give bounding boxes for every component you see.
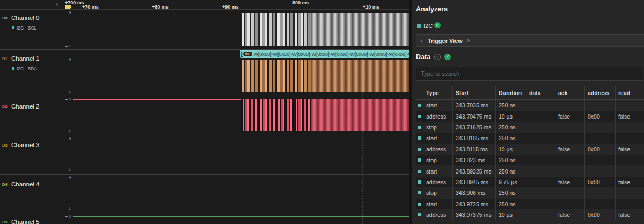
table-cell: 343.906 ms [452, 187, 495, 198]
channel-id-label: D4 [2, 182, 8, 187]
low-level-marker: L [69, 207, 71, 211]
high-level-marker: H [69, 11, 71, 15]
waveform-burst[interactable] [241, 60, 409, 92]
column-header[interactable]: data [526, 86, 555, 100]
table-cell [526, 155, 555, 165]
column-header[interactable]: read [615, 86, 644, 100]
table-cell: address [423, 209, 452, 220]
channel-name-label[interactable]: Channel 0 [11, 15, 39, 21]
table-cell: 9.75 µs [495, 177, 526, 187]
high-level-marker: H [69, 176, 71, 180]
high-level-marker: H [69, 214, 71, 219]
row-color-cell [416, 199, 423, 209]
table-cell [584, 133, 615, 143]
signal-high-line [73, 13, 241, 13]
low-level-marker: L [69, 90, 71, 94]
table-cell [555, 133, 584, 143]
column-header[interactable]: address [584, 86, 615, 100]
column-header[interactable]: Type [423, 86, 452, 100]
table-cell [615, 155, 644, 165]
table-cell: start [423, 165, 452, 176]
channel-name-label[interactable]: Channel 1 [11, 55, 39, 62]
high-level-tick [65, 216, 68, 217]
help-icon[interactable]: ? [434, 54, 441, 60]
table-row[interactable]: stop343.71625 ms250 ns [416, 122, 644, 133]
row-swatch-icon [418, 148, 421, 151]
row-swatch-icon [418, 158, 421, 162]
channel-id-label: D5 [2, 220, 8, 224]
column-header[interactable]: Duration [495, 86, 526, 100]
warning-icon: ⚠ [466, 38, 471, 44]
row-swatch-icon [418, 126, 421, 129]
timeline-ruler[interactable]: ‹ +700 ms800 ms+70 ms+80 ms+90 ms+10 ms [0, 0, 409, 10]
search-input[interactable] [416, 67, 643, 81]
column-header[interactable]: Start [452, 86, 495, 100]
timeline-marker-flag[interactable] [65, 5, 71, 9]
trigger-view-label: Trigger View [428, 38, 463, 44]
chevron-left-icon[interactable]: ‹ [56, 1, 58, 8]
table-row[interactable]: start343.89325 ms250 ns [416, 165, 644, 176]
channel-id-label: D1 [2, 56, 8, 61]
table-cell: 343.823 ms [452, 155, 495, 165]
table-cell [526, 144, 555, 155]
table-row[interactable]: address343.8945 ms9.75 µsfalse0x00false [416, 177, 644, 187]
table-cell: false [555, 177, 584, 187]
table-row[interactable]: start343.7035 ms250 ns [416, 100, 644, 111]
channel-divider [0, 174, 409, 175]
table-cell: address [423, 111, 452, 121]
channel-name-label[interactable]: Channel 5 [11, 219, 39, 224]
row-color-cell [416, 155, 423, 165]
table-cell [584, 187, 615, 198]
channel-analyzer-label: I2C - SCL [17, 25, 36, 31]
row-color-cell [416, 209, 423, 220]
analyzer-item-i2c[interactable]: I2C ✓ [412, 22, 644, 31]
channel-analyzer-label: I2C - SDA [17, 66, 37, 71]
table-cell: address [423, 177, 452, 187]
table-cell: 0x00 [584, 177, 615, 187]
table-row[interactable]: address343.8115 ms10 µsfalse0x00false [416, 144, 644, 155]
table-cell [555, 187, 584, 198]
table-cell: 10 µs [495, 111, 526, 121]
table-header-row: TypeStartDurationdataackaddressread [416, 86, 644, 100]
channel-name-label[interactable]: Channel 3 [11, 142, 39, 148]
table-cell [584, 122, 615, 133]
channel-id-label: D3 [2, 143, 8, 148]
table-row[interactable]: stop343.906 ms250 ns [416, 187, 644, 198]
table-row[interactable]: address343.70475 ms10 µsfalse0x00false [416, 111, 644, 121]
table-cell: 343.7035 ms [452, 100, 495, 111]
decode-open-bracket: [ [241, 51, 243, 57]
table-cell: start [423, 133, 452, 143]
waveform-burst[interactable] [241, 13, 409, 46]
analyzer-name: I2C [423, 23, 433, 29]
channel-name-label[interactable]: Channel 2 [11, 103, 39, 110]
table-cell: 250 ns [495, 100, 526, 111]
low-level-marker: L [69, 128, 71, 133]
table-cell: false [555, 144, 584, 155]
low-level-tick [65, 46, 68, 47]
trigger-view-expander[interactable]: › Trigger View ⚠ [416, 34, 644, 47]
table-cell: 10 µs [495, 209, 526, 220]
high-level-tick [65, 60, 68, 60]
row-color-cell [416, 165, 423, 176]
table-row[interactable]: stop343.823 ms250 ns [416, 155, 644, 165]
table-row[interactable]: start343.9725 ms250 ns [416, 199, 644, 209]
column-header[interactable]: ack [555, 86, 584, 100]
high-level-tick [65, 13, 68, 13]
waveform-burst[interactable] [241, 99, 409, 131]
waveform-area[interactable]: ‹ +700 ms800 ms+70 ms+80 ms+90 ms+10 ms … [0, 0, 409, 224]
table-cell [526, 133, 555, 143]
ruler-major-label: 800 ms [292, 0, 309, 5]
channel-name-label[interactable]: Channel 4 [11, 181, 39, 187]
data-table: TypeStartDurationdataackaddressreadstart… [416, 86, 644, 224]
table-cell: 343.8115 ms [452, 144, 495, 155]
table-row[interactable]: address343.97375 ms10 µsfalse0x00false [416, 209, 644, 220]
i2c-decode-bubble[interactable]: [99+W[0x00]·W[0x00]·W[0x00]·W[0x00]·W[0x… [240, 50, 409, 58]
low-level-marker: L [69, 44, 71, 48]
gridline [82, 5, 82, 224]
table-cell: 0x00 [584, 209, 615, 220]
table-cell: 10 µs [495, 144, 526, 155]
table-row[interactable]: start343.8105 ms250 ns [416, 133, 644, 143]
icon-column-header [416, 86, 423, 100]
table-cell: start [423, 100, 452, 111]
row-swatch-icon [418, 115, 421, 118]
